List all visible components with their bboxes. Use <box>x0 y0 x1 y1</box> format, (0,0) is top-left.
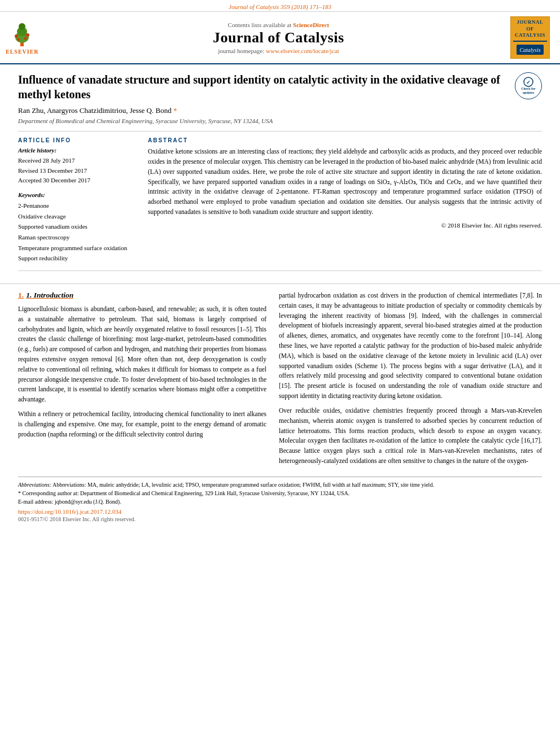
abstract-col: ABSTRACT Oxidative ketone scissions are … <box>148 137 542 264</box>
article-info-col: ARTICLE INFO Article history: Received 2… <box>18 137 137 264</box>
intro-heading-num: 1. <box>18 291 24 299</box>
homepage-url[interactable]: www.elsevier.com/locate/jcat <box>266 47 339 54</box>
affiliation: Department of Biomedical and Chemical En… <box>18 117 507 124</box>
svg-text:Catalysis: Catalysis <box>519 47 540 53</box>
svg-point-4 <box>15 34 18 38</box>
issn-text: 0021-9517/© 2018 Elsevier Inc. All right… <box>18 516 542 522</box>
svg-point-5 <box>26 33 29 37</box>
intro-right-para1: partial hydrocarbon oxidation as cost dr… <box>279 291 542 401</box>
sciencedirect-link[interactable]: ScienceDirect <box>293 21 329 28</box>
received-date: Received 28 July 2017 <box>18 156 137 166</box>
intro-left-para1: Lignocellulosic biomass is abundant, car… <box>18 304 266 405</box>
authors: Ran Zhu, Anargyros Chatzidimitriou, Jess… <box>18 106 507 115</box>
intro-right-col: partial hydrocarbon oxidation as cost dr… <box>279 291 542 471</box>
elsevier-tree-icon <box>7 20 37 47</box>
elsevier-branding: ELSEVIER <box>6 20 47 55</box>
elsevier-logo: ELSEVIER <box>6 20 39 55</box>
keyword-1: 2-Pentanone <box>18 200 137 211</box>
keyword-5: Temperature programmed surface oxidation <box>18 243 137 254</box>
section-divider <box>0 283 560 284</box>
intro-left-para2: Within a refinery or petrochemical facil… <box>18 409 266 439</box>
keywords-label: Keywords: <box>18 191 137 198</box>
check-updates-text: Check forupdates <box>521 87 536 95</box>
journal-logo-box: JOURNAL OFCATALYSIS Catalysis <box>510 16 550 59</box>
article-title-text: Influence of vanadate structure and supp… <box>18 72 507 125</box>
intro-left-col: 1.1. Introduction Lignocellulosic biomas… <box>18 291 266 471</box>
keyword-3: Supported vanadium oxides <box>18 221 137 232</box>
intro-section: 1.1. Introduction Lignocellulosic biomas… <box>0 291 560 471</box>
article-info-abstract: ARTICLE INFO Article history: Received 2… <box>18 137 542 271</box>
copyright: © 2018 Elsevier Inc. All rights reserved… <box>148 222 542 229</box>
abstract-text: Oxidative ketone scissions are an intere… <box>148 147 542 217</box>
keyword-2: Oxidative cleavage <box>18 211 137 222</box>
email-footnote: E-mail address: jqbond@syr.edu (J.Q. Bon… <box>18 497 542 506</box>
journal-logo-divider <box>513 41 547 42</box>
keywords-section: Keywords: 2-Pentanone Oxidative cleavage… <box>18 191 137 264</box>
article-title: Influence of vanadate structure and supp… <box>18 72 507 102</box>
svg-point-7 <box>24 37 27 40</box>
doi-link[interactable]: https://doi.org/10.1016/j.jcat.2017.12.0… <box>18 508 542 515</box>
keyword-6: Support reducibility <box>18 253 137 264</box>
accepted-date: Accepted 30 December 2017 <box>18 176 137 186</box>
journal-volume-text: Journal of Catalysis 359 (2018) 171–183 <box>229 3 331 10</box>
footnote-bar: Abbreviations: Abbreviations: MA, maleic… <box>18 477 542 506</box>
author-star: * <box>172 106 177 115</box>
svg-text:✓: ✓ <box>526 80 531 85</box>
svg-point-6 <box>18 38 20 41</box>
contents-line: Contents lists available at ScienceDirec… <box>47 21 510 28</box>
article-title-section: Influence of vanadate structure and supp… <box>18 72 542 132</box>
revised-date: Revised 13 December 2017 <box>18 166 137 176</box>
svg-point-3 <box>19 23 25 30</box>
intro-right-para2: Over reducible oxides, oxidative chemist… <box>279 406 542 466</box>
keyword-4: Raman spectroscopy <box>18 232 137 243</box>
history-label: Article history: <box>18 147 137 154</box>
journal-volume-bar: Journal of Catalysis 359 (2018) 171–183 <box>0 0 560 12</box>
article-info-label: ARTICLE INFO <box>18 137 137 143</box>
check-updates-badge[interactable]: ✓ Check forupdates <box>515 72 542 99</box>
journal-title: Journal of Catalysis <box>47 29 510 46</box>
abbreviations-footnote: Abbreviations: Abbreviations: MA, maleic… <box>18 480 542 489</box>
intro-heading: 1.1. Introduction <box>18 291 266 300</box>
elsevier-text: ELSEVIER <box>6 49 39 55</box>
journal-logo-text: JOURNAL OFCATALYSIS <box>513 19 547 39</box>
main-content: Influence of vanadate structure and supp… <box>0 64 560 277</box>
abstract-label: ABSTRACT <box>148 137 542 143</box>
corresponding-footnote: * Corresponding author at: Department of… <box>18 489 542 497</box>
journal-header: ELSEVIER Contents lists available at Sci… <box>0 12 560 64</box>
journal-header-center: Contents lists available at ScienceDirec… <box>47 21 510 54</box>
check-updates-icon: ✓ <box>520 77 536 87</box>
journal-logo-graphic: Catalysis <box>515 43 545 56</box>
journal-homepage: journal homepage: www.elsevier.com/locat… <box>47 47 510 54</box>
